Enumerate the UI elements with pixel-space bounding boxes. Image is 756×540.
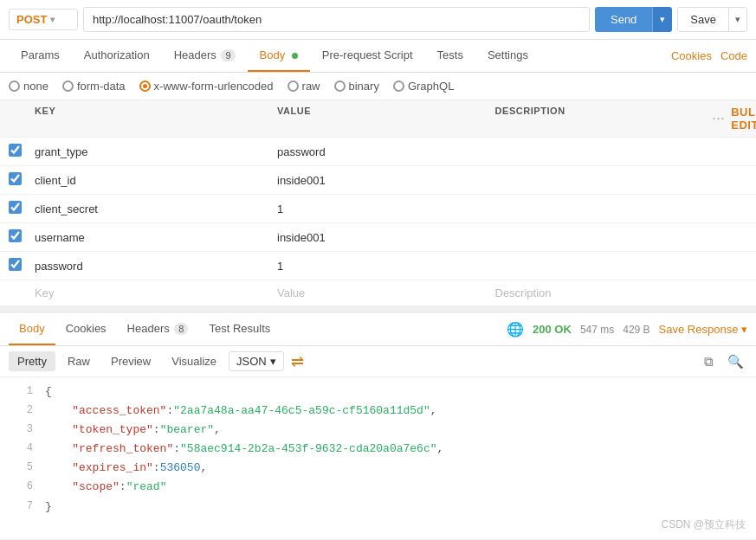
row3-checkbox[interactable] xyxy=(9,201,22,214)
radio-binary xyxy=(334,80,346,92)
row5-value[interactable]: 1 xyxy=(268,254,487,279)
table-row-placeholder: Key Value Description xyxy=(0,280,756,306)
response-section: Body Cookies Headers 8 Test Results 🌐 20… xyxy=(0,311,756,522)
json-type-arrow: ▾ xyxy=(270,355,276,368)
row1-key[interactable]: grant_type xyxy=(26,139,268,164)
placeholder-key[interactable]: Key xyxy=(26,280,268,305)
top-bar: POST ▾ Send ▾ Save ▾ xyxy=(0,0,756,40)
fmt-raw[interactable]: Raw xyxy=(59,351,99,371)
radio-x-www xyxy=(139,80,151,92)
placeholder-description[interactable]: Description xyxy=(487,280,705,305)
tab-params[interactable]: Params xyxy=(9,40,72,72)
row1-description[interactable] xyxy=(487,145,705,158)
row5-checkbox[interactable] xyxy=(9,258,22,271)
json-line-5: 5 "expires_in": 536050, xyxy=(0,459,756,478)
row4-key[interactable]: username xyxy=(26,225,268,250)
fmt-right: ⧉ 🔍 xyxy=(701,352,747,371)
row4-checkbox[interactable] xyxy=(9,229,22,242)
option-raw[interactable]: raw xyxy=(288,80,320,93)
row1-value[interactable]: password xyxy=(268,139,487,164)
json-body: 1 { 2 "access_token": "2aa7a48a-aa47-46c… xyxy=(0,377,756,522)
radio-none xyxy=(9,80,20,92)
radio-raw xyxy=(288,80,299,92)
json-type-label: JSON xyxy=(236,355,267,368)
table-row: password 1 xyxy=(0,252,756,280)
watermark: CSDN @预立科技 xyxy=(661,518,746,532)
send-arrow-button[interactable]: ▾ xyxy=(652,7,672,32)
json-line-2: 2 "access_token": "2aa7a48a-aa47-46c5-a5… xyxy=(0,402,756,421)
row2-key[interactable]: client_id xyxy=(26,168,268,193)
row3-key[interactable]: client_secret xyxy=(26,196,268,222)
table-header: KEY VALUE DESCRIPTION ··· Bulk Edit xyxy=(0,100,756,138)
row3-description[interactable] xyxy=(487,202,705,215)
row5-key[interactable]: password xyxy=(26,254,268,279)
table-row: grant_type password xyxy=(0,138,756,166)
body-options: none form-data x-www-form-urlencoded raw… xyxy=(0,73,756,100)
body-dot-icon xyxy=(292,53,298,59)
status-badge: 200 OK xyxy=(533,323,572,336)
tabs-right: Cookies Code xyxy=(671,49,747,62)
tab-headers[interactable]: Headers 9 xyxy=(162,40,248,72)
search-icon[interactable]: 🔍 xyxy=(724,352,747,371)
json-line-4: 4 "refresh_token": "58aec914-2b2a-453f-9… xyxy=(0,440,756,459)
url-input[interactable] xyxy=(83,7,590,32)
fmt-visualize[interactable]: Visualize xyxy=(163,351,225,371)
row1-checkbox[interactable] xyxy=(9,144,22,157)
code-link[interactable]: Code xyxy=(720,49,747,62)
tab-body[interactable]: Body xyxy=(248,40,310,72)
row5-description[interactable] xyxy=(487,260,705,272)
fmt-pretty[interactable]: Pretty xyxy=(9,351,55,371)
method-select[interactable]: POST ▾ xyxy=(9,9,78,30)
send-button[interactable]: Send xyxy=(595,7,652,32)
json-line-1: 1 { xyxy=(0,382,756,402)
response-tabs: Body Cookies Headers 8 Test Results 🌐 20… xyxy=(0,313,756,346)
json-line-3: 3 "token_type": "bearer", xyxy=(0,421,756,440)
tab-pre-request[interactable]: Pre-request Script xyxy=(310,40,425,72)
row3-value[interactable]: 1 xyxy=(268,196,487,222)
headers-badge: 9 xyxy=(221,49,235,61)
more-options-icon[interactable]: ··· xyxy=(713,113,726,124)
send-group: Send ▾ xyxy=(595,7,672,32)
col-description: DESCRIPTION xyxy=(487,106,705,132)
row4-description[interactable] xyxy=(487,231,705,243)
json-line-7: 7 } xyxy=(0,498,756,517)
row4-value[interactable]: inside001 xyxy=(268,225,487,250)
row2-value[interactable]: inside001 xyxy=(268,168,487,193)
wrap-icon[interactable]: ⇌ xyxy=(291,352,304,371)
col-value: VALUE xyxy=(268,106,487,132)
resp-tab-body[interactable]: Body xyxy=(9,313,55,345)
resp-tab-headers[interactable]: Headers 8 xyxy=(117,313,199,345)
option-binary[interactable]: binary xyxy=(334,80,379,93)
row2-description[interactable] xyxy=(487,174,705,186)
table-row: username inside001 xyxy=(0,223,756,252)
format-bar: Pretty Raw Preview Visualize JSON ▾ ⇌ ⧉ … xyxy=(0,346,756,377)
method-label: POST xyxy=(16,13,47,26)
method-arrow-icon: ▾ xyxy=(50,15,55,24)
table-row: client_secret 1 xyxy=(0,195,756,223)
request-tabs-bar: Params Authorization Headers 9 Body Pre-… xyxy=(0,40,756,73)
json-line-6: 6 "scope": "read" xyxy=(0,478,756,497)
row2-checkbox[interactable] xyxy=(9,172,22,185)
option-form-data[interactable]: form-data xyxy=(62,80,126,93)
resp-tab-cookies[interactable]: Cookies xyxy=(55,313,117,345)
radio-graphql xyxy=(393,80,404,92)
radio-form-data xyxy=(62,80,74,92)
response-time: 547 ms xyxy=(580,324,614,336)
cookies-link[interactable]: Cookies xyxy=(671,49,712,62)
save-response-button[interactable]: Save Response ▾ xyxy=(659,323,747,336)
option-none[interactable]: none xyxy=(9,80,48,93)
tab-authorization[interactable]: Authorization xyxy=(72,40,162,72)
save-arrow-button[interactable]: ▾ xyxy=(728,8,746,31)
option-graphql[interactable]: GraphQL xyxy=(393,80,454,93)
resp-tab-test-results[interactable]: Test Results xyxy=(198,313,281,345)
tab-settings[interactable]: Settings xyxy=(475,40,540,72)
fmt-preview[interactable]: Preview xyxy=(102,351,159,371)
bulk-edit-button[interactable]: Bulk Edit xyxy=(731,106,756,132)
col-key: KEY xyxy=(26,106,268,132)
save-button[interactable]: Save xyxy=(678,8,728,31)
tab-tests[interactable]: Tests xyxy=(425,40,475,72)
option-x-www[interactable]: x-www-form-urlencoded xyxy=(139,80,274,93)
copy-icon[interactable]: ⧉ xyxy=(701,352,717,371)
placeholder-value[interactable]: Value xyxy=(268,280,487,305)
json-type-select[interactable]: JSON ▾ xyxy=(229,351,284,371)
